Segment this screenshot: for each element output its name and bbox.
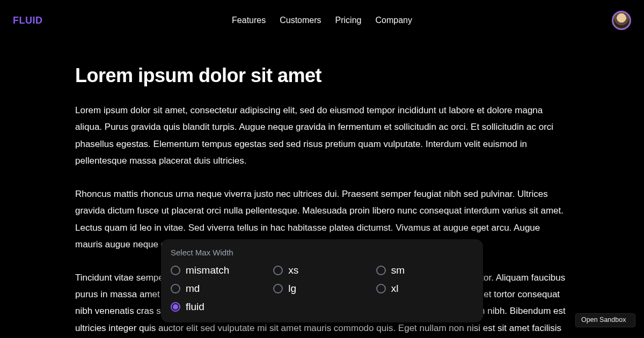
- radio-label: xl: [391, 283, 399, 295]
- radio-icon: [376, 266, 386, 275]
- radio-group: mismatch xs sm md lg xl fluid: [171, 264, 473, 313]
- radio-icon: [171, 266, 180, 275]
- panel-title: Select Max Width: [171, 248, 473, 257]
- avatar-image: [613, 12, 630, 28]
- avatar[interactable]: [612, 11, 631, 30]
- radio-option-md[interactable]: md: [171, 283, 268, 295]
- radio-option-mismatch[interactable]: mismatch: [171, 264, 268, 276]
- nav-link-company[interactable]: Company: [375, 16, 412, 25]
- radio-label: lg: [288, 283, 296, 295]
- radio-label: mismatch: [186, 264, 229, 276]
- logo[interactable]: FLUID: [13, 15, 43, 26]
- radio-icon: [171, 302, 180, 312]
- radio-option-fluid[interactable]: fluid: [171, 301, 268, 313]
- open-sandbox-button[interactable]: Open Sandbox: [575, 313, 635, 327]
- paragraph: Lorem ipsum dolor sit amet, consectetur …: [75, 102, 569, 170]
- max-width-panel: Select Max Width mismatch xs sm md lg xl: [161, 239, 483, 322]
- header: FLUID Features Customers Pricing Company: [0, 0, 644, 41]
- radio-label: sm: [391, 264, 405, 276]
- nav-link-pricing[interactable]: Pricing: [335, 16, 362, 25]
- nav-link-customers[interactable]: Customers: [280, 16, 321, 25]
- radio-icon: [376, 284, 386, 293]
- radio-option-xl[interactable]: xl: [376, 283, 473, 295]
- radio-option-sm[interactable]: sm: [376, 264, 473, 276]
- nav-link-features[interactable]: Features: [232, 16, 266, 25]
- radio-icon: [171, 284, 180, 293]
- radio-icon: [273, 266, 283, 275]
- radio-label: xs: [288, 264, 298, 276]
- radio-icon: [273, 284, 283, 293]
- radio-label: md: [186, 283, 200, 295]
- radio-option-xs[interactable]: xs: [273, 264, 370, 276]
- radio-option-lg[interactable]: lg: [273, 283, 370, 295]
- page-title: Lorem ipsum dolor sit amet: [75, 64, 569, 87]
- radio-label: fluid: [186, 301, 204, 313]
- nav-links: Features Customers Pricing Company: [232, 16, 412, 25]
